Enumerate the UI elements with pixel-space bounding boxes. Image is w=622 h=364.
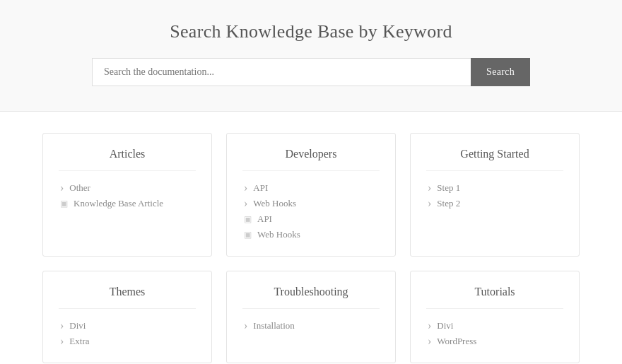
list-item-label: Web Hooks (257, 229, 300, 240)
list-item-label: Step 1 (437, 182, 460, 194)
search-input[interactable] (92, 58, 471, 86)
list-item[interactable]: API (242, 213, 380, 225)
list-item-label: Web Hooks (253, 198, 296, 209)
list-item[interactable]: Installation (242, 320, 380, 331)
card-tutorials: TutorialsDiviWordPress (410, 271, 580, 363)
list-item-label: Other (69, 182, 90, 194)
list-item-label: API (253, 182, 268, 194)
card-items-developers: APIWeb HooksAPIWeb Hooks (242, 182, 380, 240)
card-getting-started: Getting StartedStep 1Step 2 (410, 133, 580, 257)
card-articles: ArticlesOtherKnowledge Base Article (42, 133, 212, 257)
card-items-troubleshooting: Installation (242, 320, 380, 331)
card-title-developers: Developers (242, 148, 380, 171)
card-themes: ThemesDiviExtra (42, 271, 212, 363)
card-title-tutorials: Tutorials (426, 286, 563, 309)
card-title-troubleshooting: Troubleshooting (242, 286, 380, 309)
card-items-getting-started: Step 1Step 2 (426, 182, 563, 209)
list-item-label: Divi (69, 320, 86, 331)
card-developers: DevelopersAPIWeb HooksAPIWeb Hooks (226, 133, 396, 257)
search-bar: Search (92, 58, 530, 86)
card-title-articles: Articles (59, 148, 196, 171)
list-item[interactable]: Other (59, 182, 196, 194)
card-items-tutorials: DiviWordPress (426, 320, 563, 347)
card-troubleshooting: TroubleshootingInstallation (226, 271, 396, 363)
card-title-getting-started: Getting Started (426, 148, 563, 171)
card-items-themes: DiviExtra (59, 320, 196, 347)
list-item[interactable]: Web Hooks (242, 229, 380, 240)
card-title-themes: Themes (59, 286, 196, 309)
list-item-label: Extra (69, 336, 89, 347)
list-item[interactable]: Step 1 (426, 182, 563, 194)
list-item[interactable]: Knowledge Base Article (59, 198, 196, 209)
list-item[interactable]: Web Hooks (242, 198, 380, 209)
list-item-label: API (257, 213, 272, 225)
cards-container: ArticlesOtherKnowledge Base ArticleDevel… (0, 112, 622, 364)
list-item[interactable]: Divi (59, 320, 196, 331)
list-item-label: Step 2 (437, 198, 460, 209)
list-item-label: Divi (437, 320, 453, 331)
list-item[interactable]: Step 2 (426, 198, 563, 209)
page-title: Search Knowledge Base by Keyword (14, 21, 608, 42)
card-items-articles: OtherKnowledge Base Article (59, 182, 196, 209)
list-item[interactable]: Extra (59, 336, 196, 347)
list-item[interactable]: WordPress (426, 336, 563, 347)
list-item[interactable]: API (242, 182, 380, 194)
list-item[interactable]: Divi (426, 320, 563, 331)
list-item-label: WordPress (437, 336, 476, 347)
header-section: Search Knowledge Base by Keyword Search (0, 0, 622, 112)
list-item-label: Installation (253, 320, 295, 331)
search-button[interactable]: Search (471, 58, 530, 86)
list-item-label: Knowledge Base Article (74, 198, 163, 209)
